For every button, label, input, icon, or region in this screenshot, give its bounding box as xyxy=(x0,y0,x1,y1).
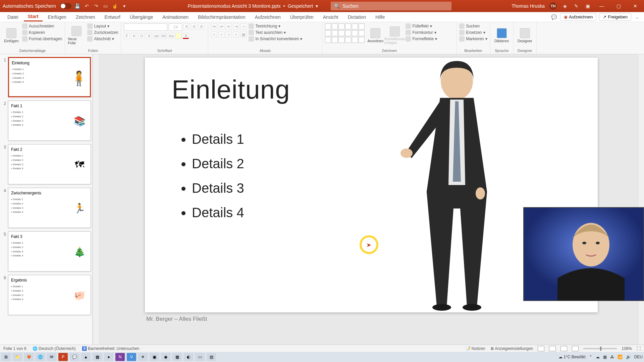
tab-bildschirm[interactable]: Bildschirmpräsentation xyxy=(194,13,250,21)
close-button[interactable]: ✕ xyxy=(629,1,641,11)
copy-button[interactable]: Kopieren xyxy=(22,30,62,35)
align-center-button[interactable]: ≡ xyxy=(218,32,224,38)
thumbnail-row[interactable]: 6 Ergebnis • Details 1• Details 2• Detai… xyxy=(1,275,91,315)
share-button[interactable]: ↗Freigeben xyxy=(599,13,631,21)
decrease-font-icon[interactable]: A xyxy=(191,23,197,29)
task-explorer-icon[interactable]: 📁 xyxy=(13,353,22,361)
tab-ansicht[interactable]: Ansicht xyxy=(319,13,342,21)
replace-button[interactable]: Ersetzen▾ xyxy=(459,30,487,35)
tab-ueberpruefen[interactable]: Überprüfen xyxy=(286,13,318,21)
thumbnail-row[interactable]: 5 Fakt 3 • Details 1• Details 2• Details… xyxy=(1,231,91,272)
tab-aufzeichnen[interactable]: Aufzeichnen xyxy=(251,13,285,21)
find-button[interactable]: Suchen xyxy=(459,23,487,29)
reset-button[interactable]: Zurücksetzen xyxy=(87,30,118,35)
task-app4-icon[interactable]: ▣ xyxy=(150,353,159,361)
thumbnail[interactable]: Fakt 1 • Details 1• Details 2• Details 3… xyxy=(8,101,91,141)
underline-button[interactable]: U xyxy=(139,33,145,39)
new-slide-button[interactable]: Neue Folie xyxy=(68,23,85,48)
task-app8-icon[interactable]: ▤ xyxy=(207,353,216,361)
cut-button[interactable]: Ausschneiden xyxy=(22,23,62,29)
increase-font-icon[interactable]: A xyxy=(183,23,190,29)
display-settings-button[interactable]: 🖥 Anzeigeeinstellungen xyxy=(490,346,533,351)
designer-button[interactable]: Designer xyxy=(516,23,534,48)
tab-animationen[interactable]: Animationen xyxy=(158,13,193,21)
italic-button[interactable]: K xyxy=(131,33,137,39)
tray-chevron-icon[interactable]: ⌃ xyxy=(589,355,592,359)
tab-entwurf[interactable]: Entwurf xyxy=(100,13,124,21)
thumbnail-row[interactable]: 1 Einleitung • Details 1• Details 2• Det… xyxy=(1,57,91,97)
task-app3-icon[interactable]: ● xyxy=(104,353,113,361)
task-app5-icon[interactable]: ▦ xyxy=(172,353,182,361)
tab-einfuegen[interactable]: Einfügen xyxy=(44,13,70,21)
diamond-icon[interactable]: ◈ xyxy=(561,3,568,9)
bullets-button[interactable]: ≔ xyxy=(211,23,217,29)
tab-dictation[interactable]: Dictation xyxy=(344,13,370,21)
task-onenote-icon[interactable]: N xyxy=(115,353,125,361)
save-icon[interactable]: 💾 xyxy=(74,3,81,9)
accessibility-status[interactable]: ♿ Barrierefreiheit: Untersuchen xyxy=(82,346,140,351)
tab-zeichnen[interactable]: Zeichnen xyxy=(72,13,99,21)
thumbnail-scrollbar[interactable] xyxy=(93,54,99,345)
tab-start[interactable]: Start xyxy=(24,12,43,21)
clear-format-icon[interactable]: A xyxy=(198,23,204,29)
minimize-button[interactable]: — xyxy=(596,1,608,11)
redo-icon[interactable]: ↷ xyxy=(93,3,100,9)
collapse-ribbon-icon[interactable]: ⌄ xyxy=(634,14,641,20)
task-chrome-icon[interactable]: 🌐 xyxy=(36,353,45,361)
pen-icon[interactable]: ✎ xyxy=(573,3,580,9)
task-app7-icon[interactable]: ▭ xyxy=(195,353,205,361)
record-button[interactable]: ◉Aufzeichnen xyxy=(560,13,597,21)
user-avatar[interactable]: TH xyxy=(549,2,557,10)
indent-inc-button[interactable]: ⇥ xyxy=(233,23,239,29)
tray-network-icon[interactable]: 🖧 xyxy=(610,355,614,359)
slideshow-view-button[interactable] xyxy=(572,346,579,351)
indent-dec-button[interactable]: ⇤ xyxy=(226,23,232,29)
align-right-button[interactable]: ≡ xyxy=(226,32,232,38)
thumbnail[interactable]: Ergebnis • Details 1• Details 2• Details… xyxy=(8,275,91,315)
smartart-button[interactable]: In SmartArt konvertieren▾ xyxy=(249,36,302,42)
align-text-button[interactable]: Text ausrichten▾ xyxy=(249,30,302,35)
task-vs-icon[interactable]: V xyxy=(127,353,136,361)
maximize-button[interactable]: ▢ xyxy=(612,1,625,11)
line-spacing-button[interactable]: ≡ xyxy=(240,23,247,29)
search-box[interactable]: 🔍 Suchen xyxy=(331,2,451,10)
slideshow-icon[interactable]: ▭ xyxy=(102,3,109,9)
thumbnail[interactable]: Fakt 2 • Details 1• Details 2• Details 3… xyxy=(8,144,91,184)
highlight-button[interactable] xyxy=(175,33,181,39)
shape-fill-button[interactable]: Fülleffekt▾ xyxy=(406,23,437,29)
dictate-button[interactable]: Diktieren xyxy=(493,23,511,48)
tab-datei[interactable]: Datei xyxy=(3,13,22,21)
task-outlook-icon[interactable]: ✉ xyxy=(47,353,56,361)
filename-dropdown-icon[interactable]: ▾ xyxy=(316,3,318,9)
undo-icon[interactable]: ↶ xyxy=(84,3,90,9)
font-color-button[interactable]: A xyxy=(183,33,189,39)
sorter-view-button[interactable] xyxy=(549,346,556,351)
strike-button[interactable]: S xyxy=(146,33,152,39)
task-app-icon[interactable]: 💬 xyxy=(70,353,79,361)
case-button[interactable]: Aa xyxy=(168,33,174,39)
thumbnail-row[interactable]: 4 Zwischenergenis • Details 1• Details 2… xyxy=(1,188,91,228)
thumbnail-row[interactable]: 2 Fakt 1 • Details 1• Details 2• Details… xyxy=(1,101,91,141)
layout-button[interactable]: Layout▾ xyxy=(87,23,118,29)
normal-view-button[interactable] xyxy=(538,346,544,351)
task-app2-icon[interactable]: ▦ xyxy=(93,353,102,361)
thumbnail-panel[interactable]: 1 Einleitung • Details 1• Details 2• Det… xyxy=(0,54,93,345)
tab-hilfe[interactable]: Hilfe xyxy=(371,13,389,21)
fit-button[interactable]: ⛶ xyxy=(637,346,641,351)
tray-app-icon[interactable]: ▦ xyxy=(603,355,607,359)
zoom-slider[interactable] xyxy=(583,348,617,349)
section-button[interactable]: Abschnitt▾ xyxy=(87,36,118,42)
columns-button[interactable]: ▤ xyxy=(240,32,247,38)
justify-button[interactable]: ≡ xyxy=(233,32,239,38)
shapes-gallery[interactable] xyxy=(325,23,365,43)
thumbnail-row[interactable]: 3 Fakt 2 • Details 1• Details 2• Details… xyxy=(1,144,91,184)
touch-icon[interactable]: ☝ xyxy=(112,3,118,9)
task-app6-icon[interactable]: ◐ xyxy=(184,353,193,361)
language-status[interactable]: 🌐 Deutsch (Österreich) xyxy=(33,346,76,351)
task-firefox-icon[interactable]: 🦊 xyxy=(24,353,34,361)
task-telegram-icon[interactable]: ✈ xyxy=(138,353,148,361)
notes-area[interactable]: Mr. Berger – Alles Fließt xyxy=(145,312,598,326)
quick-styles-button[interactable]: Schnellformat-vorlagen xyxy=(386,23,404,48)
weather-widget[interactable]: ☁ 1°C Bewölkt xyxy=(558,355,586,359)
task-powerpoint-icon[interactable]: P xyxy=(58,353,68,361)
